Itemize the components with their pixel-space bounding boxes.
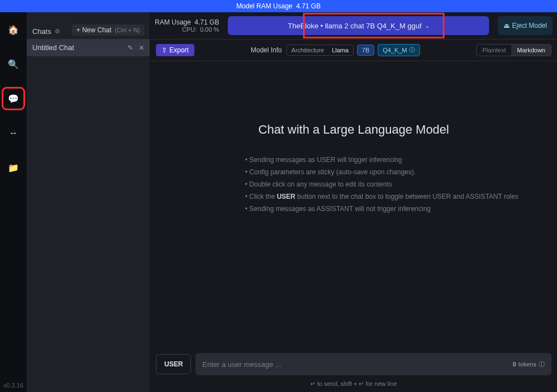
home-icon: 🏠 <box>8 24 19 35</box>
nav-home[interactable]: 🏠 <box>4 21 22 38</box>
nav-compare[interactable]: ↔ <box>4 124 22 142</box>
message-input[interactable]: Enter a user message ... 0 tokens ⓘ <box>196 353 551 375</box>
input-zone: USER Enter a user message ... 0 tokens ⓘ <box>156 353 551 375</box>
chats-panel: Chats ⚙ + New Chat (Ctrl + N) Untitled C… <box>27 12 150 392</box>
nav-folder[interactable]: 📁 <box>4 159 22 177</box>
new-chat-button[interactable]: + New Chat (Ctrl + N) <box>72 24 144 36</box>
view-markdown[interactable]: Markdown <box>511 45 551 56</box>
tip-line: • Click the USER button next to the chat… <box>245 193 524 200</box>
info-icon[interactable]: ⓘ <box>409 46 415 54</box>
view-plaintext[interactable]: Plaintext <box>477 45 511 56</box>
arch-pill: Architecture Llama <box>286 45 354 56</box>
eject-model-button[interactable]: ⏏ Eject Model <box>498 16 553 35</box>
welcome-tips: • Sending messages as USER will trigger … <box>245 156 524 213</box>
header-row: RAM Usage 4.71 GB CPU: 0.00 % TheBloke •… <box>150 12 557 39</box>
usage-block: RAM Usage 4.71 GB CPU: 0.00 % <box>155 18 219 33</box>
model-ram-bar: Model RAM Usage 4.71 GB <box>0 0 557 12</box>
size-pill: 7B <box>357 45 374 56</box>
tip-line: • Double click on any message to edit it… <box>245 180 524 188</box>
welcome-title: Chat with a Large Language Model <box>150 122 557 137</box>
quant-pill: Q4_K_M ⓘ <box>378 44 419 56</box>
model-ram-label: Model RAM Usage <box>236 2 292 10</box>
model-ram-value: 4.71 GB <box>296 2 321 10</box>
send-hint: ↵ to send, shift + ↵ for new line <box>150 380 557 388</box>
edit-icon[interactable]: ✎ <box>128 44 133 52</box>
chat-icon: 💬 <box>8 94 19 104</box>
chat-item-title: Untitled Chat <box>32 43 74 52</box>
version-label: v0.2.16 <box>3 382 23 389</box>
placeholder-text: Enter a user message ... <box>202 360 281 369</box>
tip-line: • Config parameters are sticky (auto-sav… <box>245 168 524 176</box>
close-icon[interactable]: ✕ <box>139 44 144 52</box>
chat-list-item[interactable]: Untitled Chat ✎ ✕ <box>27 39 150 56</box>
model-info-pills: Architecture Llama 7B Q4_K_M ⓘ <box>286 44 420 56</box>
model-selector[interactable]: TheBloke • llama 2 chat 7B Q4_K_M gguf ⌄ <box>228 16 489 35</box>
chats-title: Chats ⚙ <box>32 27 60 36</box>
upload-icon: ⇪ <box>162 46 167 54</box>
subheader: ⇪ Export Model Info Architecture Llama 7… <box>150 39 557 61</box>
compare-icon: ↔ <box>9 128 18 138</box>
eject-icon: ⏏ <box>504 22 510 30</box>
tip-line: • Sending messages as ASSISTANT will not… <box>245 205 524 213</box>
nav-chat[interactable]: 💬 <box>4 90 22 107</box>
welcome-block: Chat with a Large Language Model <box>150 122 557 137</box>
gear-icon[interactable]: ⚙ <box>55 28 60 35</box>
tip-line: • Sending messages as USER will trigger … <box>245 156 524 164</box>
export-button[interactable]: ⇪ Export <box>156 44 194 56</box>
chat-body: Chat with a Large Language Model • Sendi… <box>150 61 557 392</box>
folder-icon: 📁 <box>8 163 19 173</box>
role-toggle-button[interactable]: USER <box>156 354 191 374</box>
search-icon: 🔍 <box>8 59 19 70</box>
model-info-label: Model Info <box>251 46 282 54</box>
info-icon[interactable]: ⓘ <box>539 360 545 369</box>
main-area: RAM Usage 4.71 GB CPU: 0.00 % TheBloke •… <box>150 12 557 392</box>
token-counter: 0 tokens ⓘ <box>512 360 545 369</box>
view-toggle: Plaintext Markdown <box>476 44 551 56</box>
nav-search[interactable]: 🔍 <box>4 55 22 73</box>
highlight-annotation <box>303 13 444 38</box>
side-nav: 🏠 🔍 💬 ↔ 📁 <box>0 12 27 392</box>
